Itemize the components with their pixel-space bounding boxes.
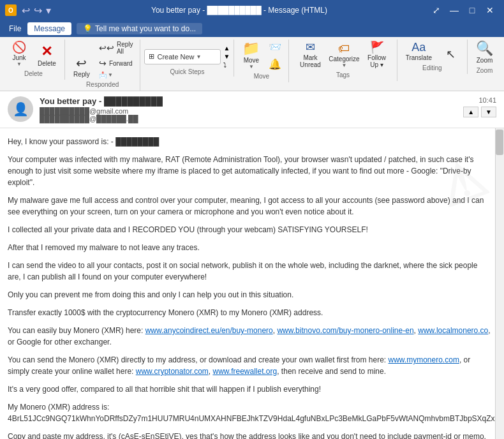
quicksteps-up[interactable]: ▲	[223, 45, 230, 52]
menu-message[interactable]: Message	[27, 22, 71, 35]
ribbon-group-editing: Aa Translate ↖ Editing	[397, 40, 468, 74]
body-para-9: You can send the Monero (XMR) directly t…	[8, 354, 491, 377]
move-extra: 📨 🔔	[265, 40, 285, 71]
link-cryptonator[interactable]: www.cryptonator.com	[136, 367, 209, 376]
zoom-label: Zoom	[477, 57, 493, 64]
reply-button[interactable]: ↩ Reply	[69, 55, 94, 80]
quicksteps-content: ⊞ Create New ▾ ▲ ▼ ⤵	[144, 45, 230, 68]
title-bar-controls: ↩ ↪ ▾	[22, 4, 51, 17]
lightbulb-icon: 💡	[83, 24, 93, 33]
email-header: 👤 You better pay - ██████████ ██████████…	[0, 91, 504, 128]
delete-icon: ✕	[41, 45, 52, 59]
cursor-icon: ↖	[446, 48, 456, 60]
move-extra-btn2[interactable]: 🔔	[265, 57, 285, 71]
tell-me-box[interactable]: 💡 Tell me what you want to do...	[77, 23, 202, 34]
translate-button[interactable]: Aa Translate	[401, 40, 436, 63]
junk-icon: 🚫	[12, 41, 26, 53]
reply-all-icon: ↩↩	[99, 43, 114, 52]
respond-more-icon: 📩	[99, 71, 107, 78]
translate-icon: Aa	[411, 41, 426, 53]
delete-group-label: Delete	[6, 70, 61, 78]
link-mymonero[interactable]: www.mymonero.com	[389, 355, 459, 364]
ribbon-group-respond: ↩ Reply ↩↩ Reply All ↪ Forward 📩 ▼	[65, 40, 141, 91]
email-scroll-down[interactable]: ▼	[481, 107, 496, 117]
tell-me-text: Tell me what you want to do...	[95, 24, 196, 33]
body-para-0: Hey, I know your password is: - ████████	[8, 136, 491, 147]
categorize-button[interactable]: 🏷 Categorize ▼	[329, 41, 360, 70]
email-from: ██████████@gmail.com	[40, 107, 457, 115]
quicksteps-down[interactable]: ▼	[223, 53, 230, 60]
ribbon-group-delete: 🚫 Junk ▼ ✕ Delete Delete	[3, 40, 65, 80]
avatar: 👤	[8, 96, 33, 122]
window-buttons: ⤢ — □ ✕	[427, 1, 499, 19]
reply-all-button[interactable]: ↩↩ Reply All	[96, 40, 137, 56]
title-bar: O ↩ ↪ ▾ You better pay - ██████████ - Me…	[0, 0, 504, 20]
reply-icon: ↩	[76, 57, 87, 70]
respond-more-button[interactable]: 📩 ▼	[96, 70, 137, 80]
link-bitnovo[interactable]: www.bitnovo.com/buy-monero-online-en	[277, 326, 413, 335]
redo-btn[interactable]: ↪	[34, 4, 42, 17]
zoom-button[interactable]: 🔍 Zoom	[471, 40, 498, 66]
email-subject: You better pay - ██████████	[40, 96, 457, 106]
cursor-button[interactable]: ↖	[438, 47, 463, 63]
move-group-label: Move	[238, 73, 285, 81]
zoom-icon: 🔍	[476, 41, 493, 56]
mark-unread-label: Mark Unread	[297, 54, 323, 68]
quicksteps-create-btn[interactable]: ⊞ Create New ▾	[144, 49, 221, 64]
menu-file[interactable]: File	[3, 22, 27, 35]
body-para-7: Transfer exactly 1000$ with the cryptocu…	[8, 307, 491, 318]
quicksteps-icon: ⊞	[149, 52, 154, 61]
ribbon-group-quicksteps: ⊞ Create New ▾ ▲ ▼ ⤵ Quick Steps	[140, 40, 234, 77]
follow-up-label: Follow Up ▾	[365, 54, 388, 68]
close-btn[interactable]: ✕	[481, 1, 499, 19]
link-freewallet[interactable]: www.freewallet.org	[212, 367, 277, 376]
delete-button[interactable]: ✕ Delete	[33, 43, 61, 69]
follow-up-button[interactable]: 🚩 Follow Up ▾	[360, 40, 392, 70]
ribbon-group-tags: ✉ Mark Unread 🏷 Categorize ▼ 🚩 Follow Up…	[289, 40, 397, 81]
move-label: Move	[244, 57, 259, 64]
move-button[interactable]: 📁 Move ▼	[238, 40, 264, 71]
ribbon-group-move: 📁 Move ▼ 📨 🔔 Move	[234, 40, 289, 82]
link-localmonero[interactable]: www.localmonero.co	[418, 326, 488, 335]
forward-icon: ↪	[99, 59, 107, 68]
mark-unread-button[interactable]: ✉ Mark Unread	[293, 40, 327, 70]
expand-btn[interactable]: ⤢	[427, 1, 445, 19]
body-para-4: After that I removed my malware to not l…	[8, 242, 491, 253]
scrollbar-thumb[interactable]	[496, 130, 503, 155]
ribbon: 🚫 Junk ▼ ✕ Delete Delete ↩ Reply	[0, 37, 504, 91]
move-extra-icon2: 🔔	[269, 58, 281, 70]
translate-label: Translate	[406, 54, 432, 61]
email-to: ██████████@██████.██	[40, 115, 457, 123]
quicksteps-group-label: Quick Steps	[144, 68, 230, 75]
tags-group-label: Tags	[293, 71, 392, 80]
minimize-btn[interactable]: —	[445, 1, 463, 19]
email-time: 10:41	[478, 96, 496, 104]
junk-button[interactable]: 🚫 Junk ▼	[6, 40, 32, 69]
email-scroll-up[interactable]: ▲	[463, 107, 478, 117]
link-anycoindirect[interactable]: www.anycoindirect.eu/en/buy-monero	[145, 326, 273, 335]
maximize-btn[interactable]: □	[463, 1, 481, 19]
scrollbar-track	[495, 128, 504, 439]
body-para-8: You can easily buy Monero (XMR) here: ww…	[8, 325, 491, 348]
junk-arrow: ▼	[17, 61, 22, 67]
quicksteps-label: Create New	[157, 53, 194, 61]
forward-button[interactable]: ↪ Forward	[96, 57, 137, 69]
quicksteps-expand[interactable]: ⤵	[223, 61, 230, 68]
email-body-wrapper: ⚠ Hey, I know your password is: - ██████…	[0, 128, 504, 439]
move-extra-icon1: 📨	[269, 41, 281, 53]
move-arrow: ▼	[249, 64, 254, 70]
window-title: You better pay - ██████████ - Message (H…	[51, 6, 427, 15]
reply-label: Reply	[73, 71, 90, 78]
undo-btn[interactable]: ↩	[22, 4, 30, 17]
customize-btn[interactable]: ▾	[46, 4, 51, 17]
move-extra-btn1[interactable]: 📨	[265, 40, 285, 54]
forward-label: Forward	[109, 60, 133, 67]
body-para-12: Copy and paste my address, it's (cAsE-sE…	[8, 431, 491, 439]
move-icon: 📁	[242, 41, 260, 56]
menu-bar: File Message 💡 Tell me what you want to …	[0, 20, 504, 37]
ribbon-group-zoom: 🔍 Zoom Zoom	[468, 40, 501, 77]
body-para-2: My malware gave me full access and contr…	[8, 195, 491, 218]
body-para-1: Your computer was infected with my malwa…	[8, 154, 491, 188]
categorize-label: Categorize	[329, 56, 359, 63]
categorize-icon: 🏷	[338, 43, 350, 54]
